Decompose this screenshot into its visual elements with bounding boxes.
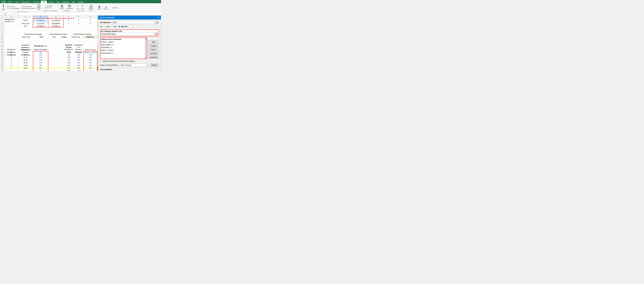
- max-radio-label[interactable]: Max: [104, 26, 110, 28]
- cell-d19[interactable]: [48, 62, 64, 64]
- recent-sources-btn[interactable]: 🕐Recent Sources: [20, 6, 36, 7]
- cell-e17[interactable]: 12.6: [64, 56, 74, 59]
- cell-g5[interactable]: 0: [84, 22, 97, 25]
- cell-b20[interactable]: 24.09: [18, 64, 33, 67]
- cell-g13[interactable]: [84, 44, 97, 48]
- cell-d15[interactable]: [48, 51, 64, 54]
- cell-b5[interactable]: Σhf/Qa (s/m2): [18, 22, 33, 25]
- cell-f10[interactable]: 15 mca: [59, 36, 69, 38]
- cell-e18[interactable]: -3.3: [64, 59, 74, 61]
- cell-c15[interactable]: ΣQ: [33, 51, 48, 54]
- load-save-btn[interactable]: Load/Save: [148, 56, 159, 59]
- cell-g18[interactable]: 0.00: [84, 59, 97, 61]
- value-of-input[interactable]: [130, 25, 137, 28]
- existing-connections-btn[interactable]: 🔗Existing Connections: [20, 8, 36, 9]
- cell-b13[interactable]: Restrição de Igualdade ou Desigualdade: [18, 44, 33, 48]
- set-objective-expand-btn[interactable]: ⬆: [156, 21, 159, 24]
- cell-a4[interactable]: Restrição (1) de Pressão Σ = 0: [4, 18, 18, 22]
- cell-b15[interactable]: Pressões Manométricas: [18, 51, 33, 54]
- sort-btn[interactable]: ↕ Sort: [76, 4, 80, 10]
- cell-bc9[interactable]: Pressão Mínima Calculada: [18, 33, 48, 36]
- col-header-e[interactable]: E: [64, 16, 74, 18]
- edit-links-btn[interactable]: 🔗Edit Links: [44, 7, 57, 9]
- cell-g14[interactable]: Σ(Q(a-b) + Q(b-a)): [84, 48, 97, 51]
- cell-f13[interactable]: Restrição (3) Σ = 0: [74, 44, 84, 48]
- cell-b17[interactable]: 24.78: [18, 56, 33, 59]
- reapply-btn[interactable]: 🔃 Reapply: [88, 5, 94, 9]
- cell-a22[interactable]: [4, 69, 18, 71]
- cell-f20[interactable]: 0.00: [74, 64, 84, 67]
- cell-f19[interactable]: 0.00: [74, 62, 84, 64]
- cell-f5[interactable]: 0: [74, 22, 84, 25]
- cell-a18[interactable]: 2: [4, 59, 18, 61]
- cell-d18[interactable]: [48, 59, 64, 61]
- reset-all-btn[interactable]: Reset All: [148, 52, 159, 55]
- currencies-btn[interactable]: 💱 Currencies ▾: [65, 4, 74, 10]
- cell-c17[interactable]: 0.00: [33, 56, 48, 59]
- cell-reference-box[interactable]: C4: [0, 13, 10, 15]
- cell-e5[interactable]: 0: [64, 22, 74, 25]
- cell-f15[interactable]: Vazão (L/s): [74, 51, 84, 54]
- from-web-btn[interactable]: 🌐From Web: [6, 6, 20, 7]
- cell-g19[interactable]: 0.00: [84, 62, 97, 64]
- cell-d10[interactable]: 15.75: [34, 36, 49, 38]
- col-header-f[interactable]: F: [74, 16, 84, 18]
- cell-f14[interactable]: Decisão ou Restrição: [74, 48, 84, 51]
- cell-d5[interactable]: 2069.880661: [48, 22, 64, 25]
- col-header-b[interactable]: B: [18, 16, 33, 18]
- cell-a20[interactable]: 4: [4, 64, 18, 67]
- cell-g4[interactable]: 0: [84, 18, 97, 22]
- cell-b22[interactable]: [18, 69, 33, 71]
- cell-d16[interactable]: [48, 54, 64, 56]
- cell-e15[interactable]: Trecho: [64, 51, 74, 54]
- cell-b16[interactable]: 18.29: [18, 54, 33, 56]
- cell-g20[interactable]: 0.00: [84, 64, 97, 67]
- col-header-c[interactable]: C: [33, 16, 48, 18]
- cell-d21[interactable]: [48, 67, 64, 69]
- cell-e19[interactable]: -22.4: [64, 62, 74, 64]
- cell-e13[interactable]: Variável de Decisão: [64, 44, 74, 48]
- cell-c19[interactable]: 0.00: [33, 62, 48, 64]
- changing-cells-expand-btn[interactable]: ⬆: [155, 33, 158, 36]
- cell-e22[interactable]: 0.00: [64, 69, 74, 71]
- cell-b14[interactable]: Restrição (2) Σ = 0: [18, 48, 33, 51]
- cell-e20[interactable]: -27.4: [64, 64, 74, 67]
- cell-d13[interactable]: [48, 44, 64, 48]
- tab-formulas[interactable]: Formulas: [32, 1, 41, 3]
- cell-e4[interactable]: 0: [64, 18, 74, 22]
- value-of-radio[interactable]: [118, 26, 120, 28]
- cell-d4[interactable]: -6.01286E-08: [48, 18, 64, 22]
- cell-d6[interactable]: -1.45246E-11: [48, 25, 64, 27]
- solving-method-select[interactable]: GRG Nonlinear LP Simplex Evolutionary: [119, 63, 149, 67]
- dialog-close-btn[interactable]: ✕: [157, 17, 160, 19]
- cell-d14[interactable]: [48, 48, 64, 51]
- cell-e10[interactable]: Pmin: [49, 36, 59, 38]
- cell-g10[interactable]: max(P) [mca]: [69, 36, 83, 38]
- col-header-a[interactable]: A: [4, 16, 18, 18]
- cell-e6[interactable]: [64, 25, 74, 27]
- cell-g6[interactable]: [84, 25, 97, 27]
- cell-c22[interactable]: 6: [33, 69, 48, 71]
- cell-c5[interactable]: 1111.10167: [33, 22, 48, 25]
- unconstrained-checkbox[interactable]: [100, 60, 102, 62]
- cell-f18[interactable]: 0.00: [74, 59, 84, 61]
- cell-f17[interactable]: 0.00: [74, 56, 84, 59]
- cell-a19[interactable]: 3: [4, 62, 18, 64]
- cell-h10[interactable]: 25.00 mca: [83, 36, 97, 38]
- cell-b18[interactable]: 22.06: [18, 59, 33, 61]
- cell-a21[interactable]: 5: [4, 67, 18, 69]
- tab-automate[interactable]: Automate: [61, 1, 70, 3]
- cell-e21[interactable]: 9.2: [64, 67, 74, 69]
- tab-help[interactable]: Help: [70, 1, 76, 3]
- formula-confirm-icon[interactable]: ✓: [14, 13, 16, 15]
- cell-g16[interactable]: 0.00: [84, 54, 97, 56]
- cell-d20[interactable]: [48, 64, 64, 67]
- cell-b6[interactable]: ΔQ: [18, 25, 33, 27]
- cell-f6[interactable]: [74, 25, 84, 27]
- cell-c21[interactable]: 0.00: [33, 67, 48, 69]
- min-radio[interactable]: [112, 26, 114, 28]
- cell-c14[interactable]: Variável de Decisão: [33, 48, 48, 51]
- text-to-btn[interactable]: Text to...: [88, 9, 94, 11]
- what-if-btn[interactable]: 🔮 What-If: [97, 5, 102, 10]
- tab-home[interactable]: Home: [6, 1, 14, 3]
